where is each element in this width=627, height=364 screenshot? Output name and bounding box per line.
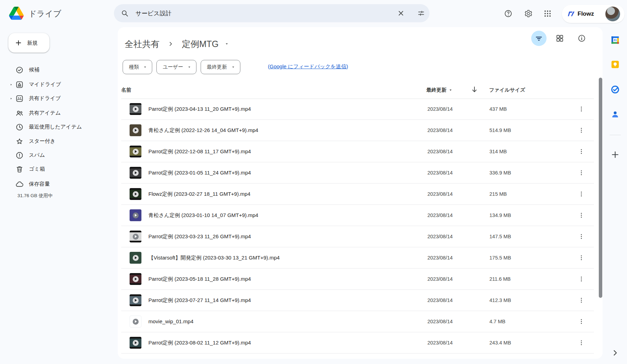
- table-row[interactable]: Parrot定例 (2023-08-02 11_12 GMT+9).mp4202…: [121, 332, 594, 354]
- table-row[interactable]: 青松さん定例 (2023-01-10 14_07 GMT+9).mp42023/…: [121, 205, 594, 226]
- starred-icon: [15, 137, 24, 146]
- expand-caret-icon[interactable]: [9, 83, 13, 86]
- file-name[interactable]: Flowz定例 (2023-02-27 18_11 GMT+9).mp4: [148, 191, 250, 198]
- sidebar-item-recent[interactable]: 最近使用したアイテム: [0, 120, 103, 134]
- search-input[interactable]: サービス設計: [136, 9, 171, 17]
- new-button[interactable]: 新規: [8, 33, 49, 53]
- more-actions-button[interactable]: [575, 315, 588, 328]
- more-actions-button[interactable]: [575, 294, 588, 307]
- settings-button[interactable]: [521, 6, 536, 21]
- sidebar-item-trash[interactable]: ゴミ箱: [0, 162, 103, 176]
- sidebar-item-shared-drive[interactable]: 共有ドライブ: [0, 92, 103, 106]
- table-row[interactable]: Parrot定例 (2023-04-13 11_20 GMT+9).mp4202…: [121, 99, 594, 120]
- file-name[interactable]: Parrot定例 (2023-03-23 11_26 GMT+9).mp4: [148, 233, 251, 240]
- apps-grid-button[interactable]: [540, 6, 555, 21]
- file-name[interactable]: Parrot定例 (2023-08-02 11_12 GMT+9).mp4: [148, 340, 251, 346]
- expand-caret-icon[interactable]: [9, 97, 13, 100]
- video-thumbnail: [130, 231, 141, 242]
- more-actions-button[interactable]: [575, 188, 588, 200]
- file-name[interactable]: 【Vistarsoft】開発定例 (2023-03-30 13_21 GMT+9…: [148, 255, 280, 261]
- rail-tasks-button[interactable]: [610, 85, 620, 94]
- column-header-size[interactable]: ファイルサイズ: [489, 87, 525, 93]
- filter-list-icon: [535, 34, 543, 42]
- search-bar[interactable]: サービス設計: [114, 4, 429, 22]
- file-size: 4.7 MB: [489, 319, 505, 324]
- sidebar-item-shared-items[interactable]: 共有アイテム: [0, 106, 103, 120]
- column-header-modified[interactable]: 最終更新: [426, 87, 452, 93]
- more-actions-button[interactable]: [575, 251, 588, 264]
- sidebar-item-suggested[interactable]: 候補: [0, 63, 103, 77]
- avatar[interactable]: [605, 6, 620, 22]
- dropdown-caret-icon[interactable]: [224, 41, 229, 46]
- google-drive-logo-icon: [9, 7, 24, 20]
- file-size: 134.9 MB: [489, 212, 511, 218]
- table-row[interactable]: movie_wip_01.mp42023/08/144.7 MB: [121, 311, 594, 332]
- filter-chip-modified[interactable]: 最終更新: [201, 60, 240, 74]
- get-addons-button[interactable]: [610, 150, 620, 160]
- sort-direction-icon[interactable]: [470, 85, 479, 94]
- filter-chip-user[interactable]: ユーザー: [156, 60, 196, 74]
- file-modified-date: 2023/08/14: [427, 255, 453, 261]
- more-actions-button[interactable]: [575, 145, 588, 158]
- show-side-panel-icon[interactable]: [610, 348, 620, 358]
- shared-items-icon: [15, 109, 24, 117]
- more-actions-button[interactable]: [575, 166, 588, 179]
- clear-search-button[interactable]: [394, 6, 408, 20]
- sidebar-item-starred[interactable]: スター付き: [0, 134, 103, 148]
- filter-chip-type[interactable]: 種類: [123, 60, 152, 74]
- more-actions-button[interactable]: [575, 209, 588, 222]
- my-drive-icon: [15, 80, 24, 89]
- more-actions-button[interactable]: [575, 124, 588, 137]
- sidebar-item-label: 最近使用したアイテム: [29, 124, 82, 130]
- table-row[interactable]: 青松さん定例 (2022-12-26 14_04 GMT+9).mp42023/…: [121, 120, 594, 141]
- file-name[interactable]: Parrot定例 (2023-04-13 11_20 GMT+9).mp4: [148, 106, 251, 113]
- scrollbar[interactable]: [599, 78, 602, 298]
- trash-icon: [15, 165, 24, 173]
- account-switcher[interactable]: Flowz: [562, 5, 625, 23]
- filter-chips: 種類ユーザー最終更新: [123, 60, 240, 74]
- file-name[interactable]: Parrot定例 (2023-05-18 11_28 GMT+9).mp4: [148, 276, 251, 282]
- table-row[interactable]: Parrot定例 (2023-05-18 11_28 GMT+9).mp4202…: [121, 269, 594, 290]
- breadcrumb-root[interactable]: 全社共有: [123, 38, 162, 51]
- table-header: 名前 最終更新 ファイルサイズ: [121, 83, 594, 96]
- more-actions-button[interactable]: [575, 273, 588, 285]
- grid-view-toggle-icon[interactable]: [556, 34, 564, 42]
- play-icon: [133, 106, 139, 112]
- file-name[interactable]: movie_wip_01.mp4: [148, 318, 193, 324]
- breadcrumb-current[interactable]: 定例MTG: [180, 38, 221, 51]
- rail-contacts-button[interactable]: [610, 109, 620, 119]
- rail-calendar-button[interactable]: 31: [610, 35, 620, 45]
- file-name[interactable]: Parrot定例 (2022-12-08 11_17 GMT+9).mp4: [148, 148, 251, 155]
- file-name[interactable]: Parrot定例 (2023-07-27 11_14 GMT+9).mp4: [148, 297, 251, 304]
- help-button[interactable]: [501, 6, 516, 21]
- video-thumbnail: [130, 167, 141, 179]
- filter-results-button[interactable]: [531, 31, 547, 46]
- advanced-search-button[interactable]: [414, 6, 428, 20]
- sidebar-item-my-drive[interactable]: マイドライブ: [0, 78, 103, 92]
- table-row[interactable]: Parrot定例 (2023-03-23 11_26 GMT+9).mp4202…: [121, 226, 594, 247]
- column-header-name[interactable]: 名前: [121, 87, 131, 93]
- play-icon: [133, 191, 139, 197]
- rail-keep-button[interactable]: [610, 60, 620, 69]
- sidebar-item-spam[interactable]: スパム: [0, 148, 103, 162]
- file-name[interactable]: Parrot定例 (2023-01-05 11_24 GMT+9).mp4: [148, 170, 251, 176]
- table-row[interactable]: Flowz定例 (2023-02-27 18_11 GMT+9).mp42023…: [121, 184, 594, 205]
- feedback-link[interactable]: Google にフィードバックを送信: [270, 63, 346, 69]
- more-actions-button[interactable]: [575, 103, 588, 115]
- file-name[interactable]: 青松さん定例 (2023-01-10 14_07 GMT+9).mp4: [148, 212, 258, 219]
- table-row[interactable]: Parrot定例 (2023-01-05 11_24 GMT+9).mp4202…: [121, 162, 594, 184]
- table-row[interactable]: 【Vistarsoft】開発定例 (2023-03-30 13_21 GMT+9…: [121, 247, 594, 269]
- search-icon[interactable]: [121, 9, 129, 17]
- sort-caret-icon: [449, 88, 452, 92]
- kebab-menu-icon: [578, 339, 585, 346]
- table-row[interactable]: Parrot定例 (2023-07-27 11_14 GMT+9).mp4202…: [121, 290, 594, 311]
- chevron-down-icon: [231, 65, 235, 69]
- more-actions-button[interactable]: [575, 336, 588, 349]
- file-name[interactable]: 青松さん定例 (2022-12-26 14_04 GMT+9).mp4: [148, 127, 258, 134]
- play-icon: [133, 212, 139, 218]
- table-row[interactable]: Parrot定例 (2022-12-08 11_17 GMT+9).mp4202…: [121, 141, 594, 162]
- plus-icon: [15, 39, 22, 47]
- info-icon[interactable]: [578, 34, 586, 42]
- more-actions-button[interactable]: [575, 230, 588, 243]
- sidebar-item-storage[interactable]: 保存容量: [0, 177, 103, 191]
